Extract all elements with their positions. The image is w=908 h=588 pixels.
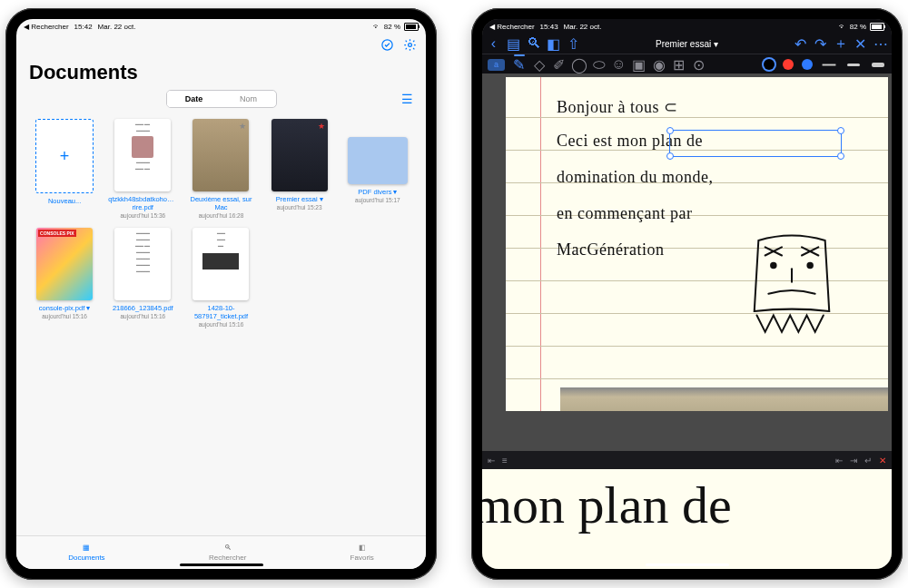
color-blue[interactable]	[802, 59, 813, 70]
status-date: Mar. 22 oct.	[98, 23, 136, 31]
close-icon[interactable]: ✕	[854, 38, 866, 50]
star-icon: ★	[239, 122, 246, 131]
thumbnail[interactable]: ★	[192, 119, 249, 191]
image-tool-icon[interactable]: ▣	[633, 59, 645, 71]
nav-bar	[16, 34, 426, 59]
search-icon[interactable]: 🔍︎	[528, 38, 539, 50]
document-title[interactable]: Premier essai ▾	[656, 39, 718, 49]
search-icon: 🔍︎	[224, 544, 232, 552]
thickness-3[interactable]	[870, 59, 886, 70]
sync-icon[interactable]	[380, 38, 394, 54]
item-pdf-3[interactable]: ━━━━━━━━━━━━━ ━━━━━━━━━━━━━━━━━━━━━━ 218…	[107, 228, 178, 328]
item-pdf-1[interactable]: ━━━ ━━━━━━━━━━━━━━━ ━━ qtzkkh48sbdatkoho…	[107, 119, 178, 219]
screen-documents: ◀ Rechercher 15:42 Mar. 22 oct. ᯤ 82 % D…	[16, 19, 426, 569]
zoom-close-icon[interactable]: ✕	[879, 456, 886, 466]
new-document-button[interactable]: +	[35, 119, 94, 193]
item-pdf-2[interactable]: CONSOLES PIX console-pix.pdf ▾ aujourd'h…	[29, 228, 100, 328]
handwriting-line: en commençant par	[557, 204, 692, 223]
star-icon: ★	[318, 122, 325, 131]
more-icon[interactable]: ⋯	[874, 38, 886, 50]
zoom-line-icon[interactable]: ≡	[502, 456, 508, 466]
segment-name[interactable]: Nom	[222, 91, 276, 107]
highlighter-tool-icon[interactable]: ✐	[553, 59, 565, 71]
wifi-icon: ᯤ	[839, 23, 846, 31]
ruler-tool-icon[interactable]: ⊞	[673, 59, 685, 71]
handwriting-line: Bonjour à tous ⊂	[557, 97, 678, 117]
selection-box[interactable]	[669, 130, 842, 157]
bookmark-icon: ◧	[359, 544, 366, 552]
inserted-photo[interactable]	[560, 387, 888, 411]
thumbnail[interactable]: ━━━ ━━━━━━━━━━━━━━━ ━━	[114, 119, 171, 191]
note-paper[interactable]: Bonjour à tous ⊂ Ceci est mon plan de do…	[506, 77, 888, 411]
camera-tool-icon[interactable]: ◉	[653, 59, 665, 71]
documents-grid: + Nouveau... ━━━ ━━━━━━━━━━━━━━━ ━━ qtzk…	[16, 115, 426, 328]
svg-point-3	[807, 263, 813, 269]
sort-row: Date Nom ☰	[16, 90, 426, 115]
zoom-next-icon[interactable]: ⇥	[850, 456, 857, 466]
text-tool-icon[interactable]: a	[488, 59, 505, 71]
page-title: Documents	[29, 61, 413, 84]
shape-tool-icon[interactable]: ◯	[573, 59, 585, 71]
redo-icon[interactable]: ↷	[814, 38, 826, 50]
wifi-icon: ᯤ	[373, 23, 380, 31]
item-note-1[interactable]: ★ Deuxième essai, sur Mac aujourd'hui 16…	[185, 119, 256, 219]
toolbar-row-2: a ✎ ◇ ✐ ◯ ⬭ ☺ ▣ ◉ ⊞ ⊙	[482, 54, 892, 74]
zoom-pane[interactable]: mon plan de	[482, 469, 892, 569]
thumbnail[interactable]: ━━━━━━━━━━━━━ ━━━━━━━━━━━━━━━━━━━━━━	[114, 228, 171, 300]
grid-icon: ▦	[83, 544, 90, 552]
bookmark-icon[interactable]: ◧	[548, 38, 559, 50]
pages-icon[interactable]: ▤	[508, 38, 519, 50]
home-indicator[interactable]	[180, 564, 263, 566]
toolbar-row-1: ‹ ▤ 🔍︎ ◧ ⇧ Premier essai ▾ ↶ ↷ ＋ ✕ ⋯	[482, 34, 892, 54]
screen-editor: ◀ Rechercher 15:43 Mar. 22 oct. ᯤ 82 % ‹…	[482, 19, 892, 569]
item-pdf-4[interactable]: ━━━━━━━━ 1428-10-587917_ticket.pdf aujou…	[185, 228, 256, 328]
zoom-prev-icon[interactable]: ⇤	[835, 456, 843, 466]
status-time: 15:42	[74, 23, 93, 31]
status-back[interactable]: ◀ Rechercher	[489, 23, 535, 31]
list-view-icon[interactable]: ☰	[401, 92, 413, 106]
settings-icon[interactable]	[403, 38, 417, 54]
thickness-2[interactable]	[845, 59, 862, 70]
sort-segmented[interactable]: Date Nom	[166, 90, 277, 108]
tab-favorites[interactable]: ◧ Favoris	[350, 544, 374, 562]
lasso-tool-icon[interactable]: ⬭	[593, 59, 605, 71]
thickness-1[interactable]	[821, 59, 837, 70]
thumbnail[interactable]: ★	[271, 119, 328, 191]
status-time: 15:43	[540, 23, 558, 31]
thumbnail[interactable]: ━━━━━━━━	[192, 228, 249, 300]
item-folder[interactable]: PDF divers ▾ aujourd'hui 15:17	[342, 119, 413, 219]
item-note-2[interactable]: ★ Premier essai ▾ aujourd'hui 15:23	[264, 119, 335, 219]
thumbnail[interactable]: CONSOLES PIX	[36, 228, 93, 300]
battery-icon	[404, 23, 419, 31]
pen-tool-icon[interactable]: ✎	[513, 59, 525, 71]
tab-documents[interactable]: ▦ Documents	[68, 544, 104, 562]
canvas-area[interactable]: Bonjour à tous ⊂ Ceci est mon plan de do…	[482, 74, 892, 569]
eraser-tool-icon[interactable]: ◇	[533, 59, 545, 71]
battery-percent: 82 %	[850, 23, 866, 31]
tab-search[interactable]: 🔍︎ Rechercher	[209, 544, 246, 562]
editor-toolbar: ‹ ▤ 🔍︎ ◧ ⇧ Premier essai ▾ ↶ ↷ ＋ ✕ ⋯ a ✎…	[482, 34, 892, 74]
status-back[interactable]: ◀ Rechercher	[24, 23, 69, 31]
status-date: Mar. 22 oct.	[564, 23, 602, 31]
zoom-indent-icon[interactable]: ⇤	[488, 456, 495, 466]
back-icon[interactable]: ‹	[488, 38, 499, 50]
item-new[interactable]: + Nouveau...	[29, 119, 100, 219]
color-black[interactable]	[764, 59, 775, 70]
record-tool-icon[interactable]: ⊙	[693, 59, 705, 71]
doodle-face	[742, 231, 842, 349]
status-bar: ◀ Rechercher 15:42 Mar. 22 oct. ᯤ 82 %	[16, 19, 426, 34]
active-tool-indicator	[514, 54, 525, 56]
undo-icon[interactable]: ↶	[794, 38, 806, 50]
home-indicator[interactable]	[646, 564, 729, 566]
folder-icon[interactable]	[348, 137, 408, 184]
battery-icon	[870, 23, 884, 31]
share-icon[interactable]: ⇧	[568, 38, 579, 50]
zoom-newline-icon[interactable]: ↵	[864, 456, 872, 466]
stamp-tool-icon[interactable]: ☺	[613, 59, 625, 71]
segment-date[interactable]: Date	[167, 91, 222, 107]
handwriting-line: domination du monde,	[557, 168, 713, 187]
color-red[interactable]	[783, 59, 794, 70]
zoom-toolbar: ⇤ ≡ ⇤ ⇥ ↵ ✕	[482, 451, 892, 469]
ipad-left: ◀ Rechercher 15:42 Mar. 22 oct. ᯤ 82 % D…	[5, 8, 437, 580]
add-icon[interactable]: ＋	[834, 38, 846, 50]
